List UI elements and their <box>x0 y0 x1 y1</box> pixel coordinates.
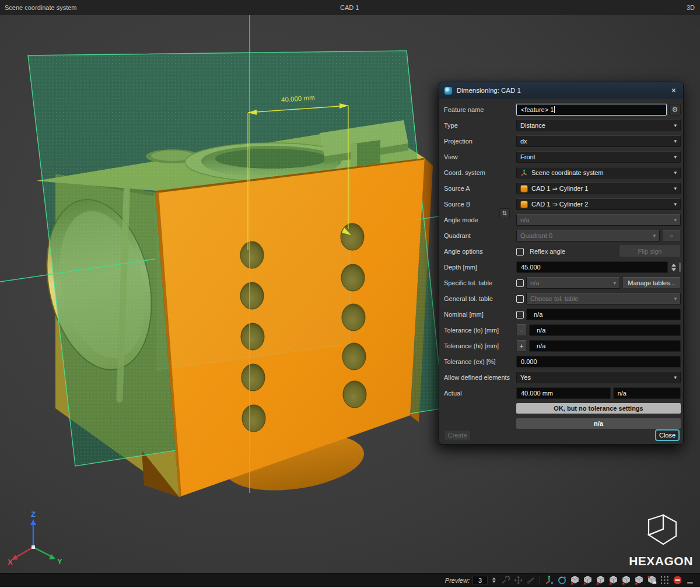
row-source-b: Source B CAD 1 ⇒ Cylinder 2 ▾ <box>444 198 681 211</box>
axes-icon <box>520 169 528 177</box>
close-icon[interactable]: × <box>669 85 678 96</box>
view-dropdown[interactable]: Front ▾ <box>516 151 681 163</box>
row-specific-tol-table: Specific tol. table n/a ▾ Manage tables.… <box>444 276 681 289</box>
tolerance-lo-sign-button[interactable]: - <box>516 324 527 336</box>
cad-view-icon[interactable] <box>634 575 644 586</box>
chevron-down-icon: ▾ <box>674 217 677 223</box>
status-badge: OK, but no tolerance settings <box>516 403 681 414</box>
coordinate-system-icon[interactable] <box>544 575 554 586</box>
row-actual: Actual 40.000 mm n/a <box>444 387 681 400</box>
actual-value-field: 40.000 mm <box>516 387 611 399</box>
transform-icon <box>500 575 510 586</box>
create-button[interactable]: Create <box>444 430 471 441</box>
row-view: View Front ▾ <box>444 150 681 163</box>
nominal-checkbox[interactable] <box>516 311 524 318</box>
close-button[interactable]: Close <box>655 429 680 441</box>
row-angle-options: Angle options Reflex angle Flip sign <box>444 245 681 258</box>
row-nominal: Nominal [mm] n/a <box>444 308 681 321</box>
quadrant-more-button: » <box>662 230 681 242</box>
specific-tol-checkbox[interactable] <box>516 279 524 287</box>
chevron-down-icon: ▾ <box>674 186 677 191</box>
tolerance-lo-input[interactable]: n/a <box>529 324 681 336</box>
point-grid-icon[interactable] <box>659 575 670 586</box>
cad-view-icon[interactable] <box>582 575 593 586</box>
projection-dropdown[interactable]: dx ▾ <box>516 135 681 147</box>
cylinder-icon <box>520 185 528 192</box>
general-tol-dropdown: Choose tol. table ▾ <box>526 293 681 304</box>
chevron-down-icon: ▾ <box>674 170 677 176</box>
specific-tol-dropdown: n/a ▾ <box>526 277 620 289</box>
type-dropdown[interactable]: Distance ▾ <box>516 120 681 131</box>
chevron-down-icon: ▾ <box>674 123 677 128</box>
source-a-dropdown[interactable]: CAD 1 ⇒ Cylinder 1 ▾ <box>516 183 681 194</box>
scroll-gutter <box>679 262 681 272</box>
dimensioning-icon <box>444 86 453 95</box>
depth-spinner[interactable] <box>670 264 677 271</box>
general-tol-checkbox[interactable] <box>516 295 524 303</box>
spinner-down-icon[interactable] <box>671 268 676 271</box>
dialog-titlebar[interactable]: Dimensioning: CAD 1 × <box>439 82 683 99</box>
axis-x-label: X <box>8 558 13 566</box>
coordinate-system-label: Scene coordinate system <box>5 4 77 11</box>
actual-secondary-field: n/a <box>613 387 681 399</box>
row-source-a: Source A CAD 1 ⇒ Cylinder 1 ▾ <box>444 182 681 195</box>
chevron-down-icon: ▾ <box>674 296 677 302</box>
dimensioning-dialog: Dimensioning: CAD 1 × Feature name <feat… <box>439 82 684 444</box>
row-tolerance-ex: Tolerance (ex) [%] 0.000 <box>444 355 681 368</box>
chevron-down-icon: ▾ <box>653 233 656 239</box>
viewport-header: Scene coordinate system CAD 1 3D <box>0 0 700 15</box>
row-angle-mode: Angle mode n/a ▾ <box>444 214 681 226</box>
preview-spinner[interactable] <box>492 578 496 583</box>
feature-settings-button[interactable]: ⚙ <box>669 104 681 116</box>
chevron-down-icon: ▾ <box>613 280 616 286</box>
chevron-down-icon: ▾ <box>674 374 677 380</box>
nominal-input[interactable]: n/a <box>526 309 681 320</box>
swap-icon: ⇅ <box>502 210 507 216</box>
depth-input[interactable]: 45.000 <box>516 261 668 273</box>
preview-label: Preview: <box>445 577 470 584</box>
axis-z-label: Z <box>31 510 36 519</box>
swap-sources-button[interactable]: ⇅ <box>499 208 510 218</box>
row-quadrant: Quadrant Quadrant 0 ▾ » <box>444 229 681 242</box>
row-allow-defined: Allow defined elements Yes ▾ <box>444 371 681 384</box>
cylinder-icon <box>520 201 528 208</box>
reflex-angle-checkbox[interactable] <box>516 248 524 256</box>
angle-mode-dropdown: n/a ▾ <box>516 214 681 226</box>
row-feature-name: Feature name <feature> 1 ⚙ <box>444 103 681 116</box>
allow-defined-dropdown[interactable]: Yes ▾ <box>516 372 681 383</box>
tolerance-hi-sign-button[interactable]: + <box>516 340 527 352</box>
tolerance-ex-input[interactable]: 0.000 <box>516 356 681 368</box>
measure-icon <box>526 575 536 586</box>
chevron-down-icon: ▾ <box>674 201 677 207</box>
row-type: Type Distance ▾ <box>444 119 681 132</box>
hexagon-logo-text: HEXAGON <box>629 554 693 568</box>
dialog-footer: Create Close <box>439 426 683 444</box>
circle-feature-icon[interactable] <box>556 575 567 586</box>
feature-name-input[interactable]: <feature> 1 <box>516 104 667 116</box>
quadrant-dropdown: Quadrant 0 ▾ <box>516 230 660 242</box>
status-toolbar: Preview: 3 <box>0 573 700 588</box>
disable-icon[interactable] <box>672 575 682 586</box>
preview-count-input[interactable]: 3 <box>473 576 488 585</box>
coord-system-dropdown[interactable]: Scene coordinate system ▾ <box>516 167 681 178</box>
row-projection: Projection dx ▾ <box>444 135 681 148</box>
cad-view-icon[interactable] <box>608 575 618 586</box>
spinner-up-icon[interactable] <box>671 264 676 267</box>
row-depth: Depth [mm] 45.000 <box>444 261 681 274</box>
cad-view-icon[interactable] <box>595 575 606 586</box>
cad-view-icon[interactable] <box>621 575 631 586</box>
move-icon <box>513 575 523 586</box>
cad-view-icon[interactable] <box>569 575 580 586</box>
dialog-title: Dimensioning: CAD 1 <box>457 87 521 94</box>
minimize-icon[interactable] <box>685 575 695 586</box>
row-tolerance-lo: Tolerance (lo) [mm] - n/a <box>444 324 681 337</box>
manage-tables-button[interactable]: Manage tables... <box>622 277 681 289</box>
view-mode-label: 3D <box>687 4 695 11</box>
cad-annotation-icon[interactable] <box>646 575 657 586</box>
reflex-angle-label: Reflex angle <box>530 248 565 255</box>
row-tolerance-hi: Tolerance (hi) [mm] + n/a <box>444 340 681 352</box>
source-b-dropdown[interactable]: CAD 1 ⇒ Cylinder 2 ▾ <box>516 198 681 210</box>
flip-sign-button: Flip sign <box>619 246 681 257</box>
tolerance-hi-input[interactable]: n/a <box>529 340 681 352</box>
row-general-tol-table: General tol. table Choose tol. table ▾ <box>444 292 681 305</box>
